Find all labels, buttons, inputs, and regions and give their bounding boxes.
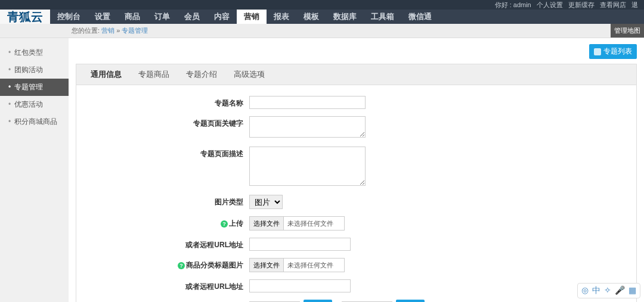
nav-content[interactable]: 内容: [207, 10, 237, 24]
nav-console[interactable]: 控制台: [50, 10, 88, 24]
tabs: 通用信息 专题商品 专题介绍 高级选项: [76, 64, 637, 85]
link-profile[interactable]: 个人设置: [537, 1, 563, 8]
label-imgtype: 图片类型: [82, 195, 249, 207]
list-icon: [594, 48, 601, 55]
help-icon[interactable]: ?: [221, 220, 228, 228]
link-refresh[interactable]: 更新缓存: [568, 1, 595, 8]
tab-general[interactable]: 通用信息: [82, 64, 130, 85]
tool-icon-1[interactable]: ◎: [581, 285, 589, 296]
tool-icon-3[interactable]: ✧: [604, 285, 611, 296]
nav-wechat[interactable]: 微信通: [401, 10, 439, 24]
topic-list-button[interactable]: 专题列表: [589, 44, 637, 59]
nav-marketing[interactable]: 营销: [237, 10, 267, 24]
sidebar-item-groupbuy[interactable]: 团购活动: [0, 61, 69, 79]
select-imgtype[interactable]: 图片: [249, 195, 283, 209]
label-upload: 上传: [229, 219, 243, 228]
nav-orders[interactable]: 订单: [147, 10, 177, 24]
nav-settings[interactable]: 设置: [88, 10, 117, 24]
file-button-2[interactable]: 选择文件: [250, 259, 284, 272]
label-period: 活动周期: [82, 300, 249, 302]
breadcrumb-prefix: 您的位置:: [72, 27, 100, 34]
tool-icon-4[interactable]: 🎤: [615, 285, 625, 296]
label-keywords: 专题页面关键字: [82, 116, 249, 129]
float-tools: ◎ 中 ✧ 🎤 ▦: [577, 283, 640, 298]
file-status: 未选择任何文件: [284, 217, 337, 230]
tab-goods[interactable]: 专题商品: [130, 64, 178, 85]
sidebar: 红包类型 团购活动 专题管理 优惠活动 积分商城商品: [0, 38, 69, 302]
file-category[interactable]: 选择文件 未选择任何文件: [249, 258, 345, 272]
input-name[interactable]: [249, 96, 366, 109]
form-panel: 专题名称 专题页面关键字 专题页面描述 图片类型 图片: [76, 85, 637, 302]
input-remote-url-2[interactable]: [249, 279, 351, 292]
select-end-button[interactable]: 选择: [396, 300, 425, 302]
tab-advanced[interactable]: 高级选项: [225, 64, 273, 85]
sidebar-item-redpacket[interactable]: 红包类型: [0, 44, 69, 61]
nav-tools[interactable]: 工具箱: [364, 10, 401, 24]
input-keywords[interactable]: [249, 116, 366, 138]
brand: 青狐云: [0, 10, 50, 24]
label-desc: 专题页面描述: [82, 147, 249, 159]
manage-map-button[interactable]: 管理地图: [611, 24, 644, 38]
navbar: 青狐云 控制台 设置 商品 订单 会员 内容 营销 报表 模板 数据库 工具箱 …: [0, 10, 644, 24]
input-desc[interactable]: [249, 147, 366, 186]
label-category-img: 商品分类标题图片: [186, 261, 243, 269]
file-status-2: 未选择任何文件: [284, 259, 337, 272]
link-logout[interactable]: 退: [631, 1, 638, 8]
nav-members[interactable]: 会员: [177, 10, 207, 24]
greeting: 你好 : admin: [495, 1, 531, 8]
tool-icon-5[interactable]: ▦: [628, 285, 636, 296]
tab-intro[interactable]: 专题介绍: [178, 64, 225, 85]
breadcrumb-link-1[interactable]: 专题管理: [122, 27, 148, 34]
breadcrumb: 您的位置: 营销 » 专题管理 管理地图: [0, 24, 644, 38]
label-remote-url: 或者远程URL地址: [82, 238, 249, 250]
sidebar-item-points[interactable]: 积分商城商品: [0, 113, 69, 130]
file-upload[interactable]: 选择文件 未选择任何文件: [249, 216, 345, 231]
tool-icon-2[interactable]: 中: [592, 285, 600, 296]
link-shop[interactable]: 查看网店: [600, 1, 626, 8]
label-name: 专题名称: [82, 96, 249, 108]
nav-report[interactable]: 报表: [267, 10, 296, 24]
sidebar-item-topic[interactable]: 专题管理: [0, 79, 69, 96]
sidebar-item-promo[interactable]: 优惠活动: [0, 96, 69, 113]
select-start-button[interactable]: 选择: [304, 300, 332, 302]
breadcrumb-link-0[interactable]: 营销: [101, 27, 114, 34]
help-icon[interactable]: ?: [178, 262, 185, 269]
nav-goods[interactable]: 商品: [117, 10, 147, 24]
nav-items: 控制台 设置 商品 订单 会员 内容 营销 报表 模板 数据库 工具箱 微信通: [50, 10, 439, 24]
nav-database[interactable]: 数据库: [326, 10, 364, 24]
content: 专题列表 通用信息 专题商品 专题介绍 高级选项 专题名称 专题页面关键字 专题…: [69, 38, 644, 302]
topbar: 你好 : admin 个人设置 更新缓存 查看网店 退: [0, 0, 644, 10]
input-remote-url[interactable]: [249, 238, 351, 251]
label-remote-url-2: 或者远程URL地址: [82, 279, 249, 292]
file-button[interactable]: 选择文件: [250, 217, 284, 230]
nav-template[interactable]: 模板: [296, 10, 326, 24]
